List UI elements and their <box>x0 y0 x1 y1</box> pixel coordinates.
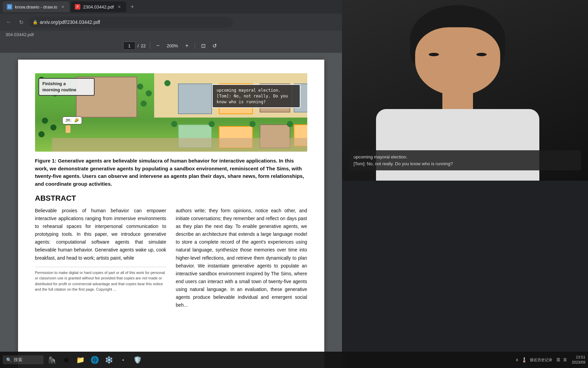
taskbar-search-label: 搜索 <box>14 357 22 363</box>
tab-pdf-close[interactable]: ✕ <box>117 4 122 10</box>
pdf-viewer: 304.03442.pdf / 22 − 200% + ⊡ ↺ <box>0 31 342 368</box>
tree-8 <box>287 121 293 127</box>
pdf-page-input[interactable] <box>123 42 135 50</box>
game-scene: JM: 🌽 Finishing amorning routine upcomin… <box>35 73 307 152</box>
folder-icon: 📁 <box>76 356 85 364</box>
webcam-chat: upcoming mayoral election.[Tom]: No, not… <box>349 150 581 170</box>
char-bubble: JM: 🌽 <box>62 117 82 124</box>
tab-pdf[interactable]: P 2304.03442.pdf ✕ <box>71 1 126 12</box>
terminal-icon: ▪ <box>122 357 124 363</box>
abstract-col1: Believable proxies of human behavior can… <box>35 207 166 309</box>
temp-label: 接近历史记录 <box>530 357 552 363</box>
pdf-content[interactable]: JM: 🌽 Finishing amorning routine upcomin… <box>0 53 342 368</box>
pdf-title-bar: 304.03442.pdf <box>0 31 342 39</box>
pdf-toolbar-separator2 <box>195 42 195 49</box>
pdf-toolbar-separator <box>150 42 150 49</box>
time-date: 13:51 2023/09 <box>572 355 585 365</box>
tab-drawio[interactable]: D know.drawio - draw.io ✕ <box>3 1 69 12</box>
input-icon[interactable]: 英 <box>563 357 567 363</box>
url-bar[interactable]: 🔒 arxiv.org/pdf/2304.03442.pdf <box>29 17 233 28</box>
tree-7 <box>249 121 256 127</box>
pdf-fit-button[interactable]: ⊡ <box>199 41 208 50</box>
pdf-rotate-button[interactable]: ↺ <box>210 41 219 50</box>
taskbar-gorilla[interactable]: 🦍 <box>46 354 58 366</box>
taskbar: 🔍 搜索 🦍 ⊞ 📁 🌐 ❄️ ▪ 🛡️ ∧ 🌡️ 接近历史记录 英 英 13:… <box>0 352 588 368</box>
person-eye-left <box>429 53 439 56</box>
clock: 13:51 <box>576 355 585 360</box>
game-dialog-left: Finishing amorning routine <box>38 78 95 96</box>
tree-3 <box>141 101 147 107</box>
taskview-icon: ⊞ <box>64 357 68 363</box>
thermometer-icon: 🌡️ <box>521 357 527 363</box>
building-2 <box>178 83 212 114</box>
taskbar-snowflake[interactable]: ❄️ <box>103 354 115 366</box>
notification-icon[interactable]: ∧ <box>516 357 519 362</box>
person-eye-right <box>476 53 487 56</box>
pdf-toolbar: / 22 − 200% + ⊡ ↺ <box>0 39 342 53</box>
tree-1 <box>137 83 143 90</box>
webcam-chat-text: upcoming mayoral election.[Tom]: No, not… <box>354 154 453 166</box>
abstract-title: ABSTRACT <box>35 194 307 203</box>
pdf-zoom-value: 200% <box>164 43 181 48</box>
pdf-zoom-increase[interactable]: + <box>183 41 191 50</box>
pdf-page: JM: 🌽 Finishing amorning routine upcomin… <box>18 60 324 368</box>
chrome-icon: 🌐 <box>91 356 99 364</box>
tree-15 <box>42 118 48 124</box>
taskbar-terminal[interactable]: ▪ <box>117 354 129 366</box>
abstract-col2-text: authors write; they form opinions, notic… <box>176 207 307 309</box>
game-image: JM: 🌽 Finishing amorning routine upcomin… <box>35 73 307 152</box>
taskbar-shield[interactable]: 🛡️ <box>131 354 144 366</box>
game-dialog-left-text: Finishing amorning routine <box>43 81 77 92</box>
abstract-col1-text: Believable proxies of human behavior can… <box>35 207 166 262</box>
figure-caption: Figure 1: Generative agents are believab… <box>35 157 307 188</box>
ime-label[interactable]: 英 <box>556 357 560 363</box>
game-dialog-right: upcoming mayoral election.[Tom]: No, not… <box>212 84 300 108</box>
taskbar-chrome[interactable]: 🌐 <box>88 354 101 366</box>
abstract-col2: authors write; they form opinions, notic… <box>176 207 307 309</box>
gorilla-icon: 🦍 <box>48 356 56 364</box>
webcam-overlay: upcoming mayoral election.[Tom]: No, not… <box>342 0 588 181</box>
pdf-favicon: P <box>75 4 80 10</box>
tree-2 <box>146 90 152 96</box>
pdf-page-separator: / <box>137 43 139 48</box>
person-face <box>415 27 500 95</box>
tree-5 <box>171 121 177 127</box>
char-label: JM: <box>65 118 72 123</box>
taskbar-folder[interactable]: 📁 <box>74 354 86 366</box>
taskbar-taskview[interactable]: ⊞ <box>60 354 72 366</box>
game-dialog-right-text: upcoming mayoral election.[Tom]: No, not… <box>217 88 288 104</box>
shield-icon: 🛡️ <box>133 356 142 364</box>
tab-pdf-label: 2304.03442.pdf <box>83 4 114 10</box>
bottom-path <box>52 138 307 152</box>
tab-drawio-close[interactable]: ✕ <box>60 4 65 10</box>
tree-16 <box>50 124 56 131</box>
snowflake-icon: ❄️ <box>105 356 113 364</box>
tab-drawio-label: know.drawio - draw.io <box>15 4 57 10</box>
abstract-columns: Believable proxies of human behavior can… <box>35 207 307 309</box>
add-tab-button[interactable]: + <box>128 2 137 12</box>
sys-icons: ∧ 🌡️ 接近历史记录 英 英 <box>516 357 567 363</box>
tree-6 <box>209 121 215 127</box>
pdf-page-info: / 22 <box>123 42 146 50</box>
character <box>66 125 70 133</box>
date: 2023/09 <box>572 360 585 365</box>
pdf-filename: 304.03442.pdf <box>5 32 34 37</box>
tree-17 <box>38 131 45 137</box>
url-text: arxiv.org/pdf/2304.03442.pdf <box>40 19 100 25</box>
lock-icon: 🔒 <box>33 20 38 25</box>
refresh-button[interactable]: ↻ <box>16 17 26 27</box>
abstract-footnote: Permission to make digital or hard copie… <box>35 267 166 292</box>
pdf-page-total: 22 <box>141 43 146 48</box>
search-icon: 🔍 <box>6 357 12 363</box>
back-button[interactable]: ← <box>4 17 14 27</box>
tree-4 <box>164 80 170 86</box>
pdf-zoom-decrease[interactable]: − <box>154 41 161 50</box>
drawio-favicon: D <box>7 4 12 10</box>
taskbar-search[interactable]: 🔍 搜索 <box>3 355 44 364</box>
